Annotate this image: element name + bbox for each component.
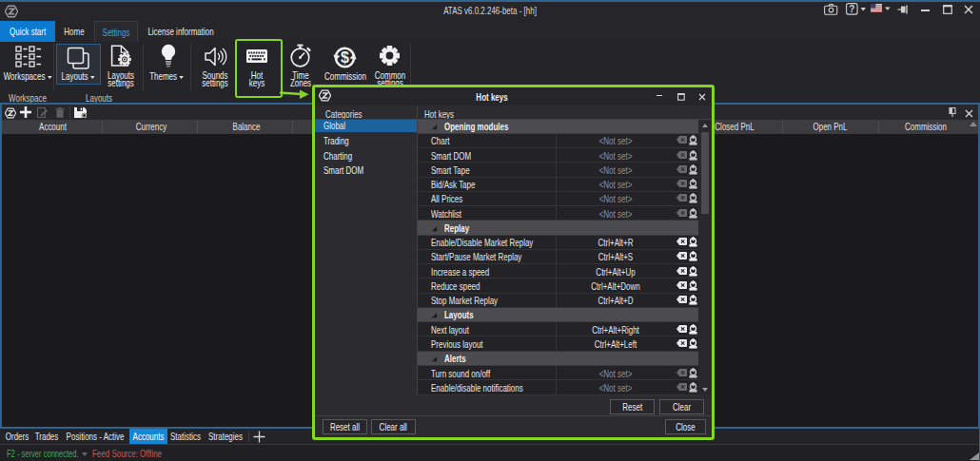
svg-text:?: ?: [849, 4, 854, 14]
svg-text:$: $: [341, 49, 349, 66]
